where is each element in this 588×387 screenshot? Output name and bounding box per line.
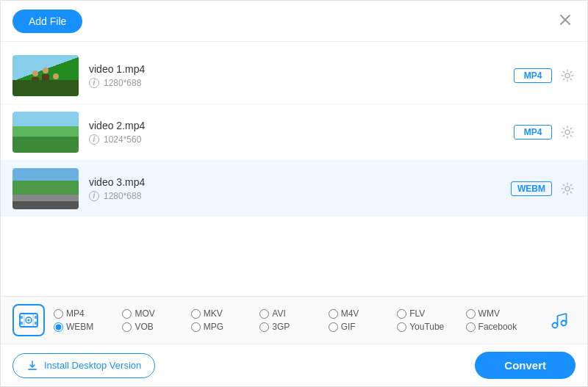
format-badge[interactable]: MP4 — [514, 125, 552, 140]
format-option-avi[interactable]: AVI — [259, 308, 328, 319]
thumbnail — [12, 55, 79, 96]
format-radio-youtube[interactable] — [397, 322, 406, 332]
svg-rect-11 — [33, 314, 35, 327]
format-option-wmv[interactable]: WMV — [466, 308, 534, 319]
format-radio-mp4[interactable] — [54, 309, 63, 319]
download-icon — [26, 360, 38, 372]
format-option-mpg[interactable]: MPG — [191, 322, 259, 332]
svg-point-4 — [565, 187, 570, 191]
format-radio-wmv[interactable] — [466, 309, 476, 319]
file-item: video 2.mp4 i 1024*560 MP4 — [1, 104, 587, 161]
svg-rect-6 — [20, 316, 23, 319]
file-info: video 1.mp4 i 1280*688 — [89, 63, 503, 88]
format-option-gif[interactable]: GIF — [329, 322, 397, 332]
svg-rect-19 — [28, 369, 37, 370]
file-meta: i 1280*688 — [89, 78, 503, 88]
svg-point-3 — [565, 130, 570, 134]
file-actions: MP4 — [514, 68, 576, 84]
format-radio-avi[interactable] — [259, 309, 269, 319]
svg-rect-8 — [35, 316, 37, 319]
svg-rect-7 — [20, 322, 23, 325]
info-icon: i — [89, 134, 99, 145]
format-selector: MP4 MOV MKV AVI M4V FLV WMV WEBM — [1, 296, 587, 344]
close-icon — [559, 14, 571, 26]
file-name: video 2.mp4 — [89, 120, 503, 131]
format-option-youtube[interactable]: YouTube — [397, 322, 465, 332]
file-info: video 3.mp4 i 1280*688 — [89, 176, 501, 201]
format-badge[interactable]: WEBM — [511, 181, 552, 196]
file-name: video 3.mp4 — [89, 176, 501, 188]
music-icon[interactable] — [543, 304, 576, 336]
info-icon: i — [89, 191, 99, 201]
format-radio-mov[interactable] — [122, 309, 132, 319]
convert-button[interactable]: Convert — [475, 352, 576, 379]
format-radio-gif[interactable] — [329, 322, 338, 332]
info-icon: i — [89, 78, 99, 88]
svg-point-13 — [28, 319, 30, 322]
format-radio-webm[interactable] — [54, 322, 63, 332]
settings-icon[interactable] — [559, 124, 576, 140]
svg-rect-9 — [35, 322, 37, 325]
header: Add File — [1, 1, 587, 42]
file-meta: i 1024*560 — [89, 134, 503, 145]
format-option-mkv[interactable]: MKV — [191, 308, 259, 319]
svg-rect-10 — [24, 314, 25, 327]
file-resolution: 1280*688 — [104, 78, 141, 88]
format-option-facebook[interactable]: Facebook — [466, 322, 534, 332]
svg-point-2 — [565, 73, 570, 78]
file-item: video 1.mp4 i 1280*688 MP4 — [1, 48, 587, 104]
add-file-button[interactable]: Add File — [12, 10, 82, 33]
svg-point-15 — [562, 321, 567, 326]
svg-line-18 — [558, 314, 567, 316]
settings-icon[interactable] — [559, 181, 576, 197]
file-meta: i 1280*688 — [89, 191, 501, 201]
format-radio-facebook[interactable] — [466, 322, 476, 332]
app-container: Add File video 1.mp4 i 1280* — [0, 0, 588, 387]
gear-icon — [560, 125, 575, 140]
format-radio-3gp[interactable] — [259, 322, 269, 332]
film-strip-icon — [18, 310, 39, 330]
format-option-webm[interactable]: WEBM — [54, 322, 122, 332]
format-option-vob[interactable]: VOB — [122, 322, 190, 332]
file-item: video 3.mp4 i 1280*688 WEBM — [1, 161, 587, 217]
file-resolution: 1024*560 — [104, 134, 141, 145]
install-label: Install Desktop Version — [44, 360, 141, 371]
svg-point-14 — [553, 323, 558, 328]
film-icon[interactable] — [12, 304, 45, 336]
format-option-mp4[interactable]: MP4 — [54, 308, 122, 319]
file-info: video 2.mp4 i 1024*560 — [89, 120, 503, 145]
format-option-m4v[interactable]: M4V — [329, 308, 397, 319]
file-actions: WEBM — [511, 181, 576, 197]
footer: Install Desktop Version Convert — [1, 344, 587, 386]
format-radio-mkv[interactable] — [191, 309, 201, 319]
format-radio-vob[interactable] — [122, 322, 132, 332]
file-name: video 1.mp4 — [89, 63, 503, 75]
close-button[interactable] — [555, 12, 576, 29]
install-desktop-button[interactable]: Install Desktop Version — [12, 353, 155, 378]
gear-icon — [560, 68, 575, 83]
format-option-3gp[interactable]: 3GP — [259, 322, 328, 332]
file-list: video 1.mp4 i 1280*688 MP4 vi — [1, 42, 587, 296]
music-note-icon — [549, 310, 570, 330]
format-option-flv[interactable]: FLV — [397, 308, 465, 319]
format-radio-flv[interactable] — [397, 309, 406, 319]
format-radio-m4v[interactable] — [329, 309, 338, 319]
thumbnail — [12, 168, 79, 209]
gear-icon — [560, 181, 575, 196]
thumbnail — [12, 112, 79, 153]
format-radio-mpg[interactable] — [191, 322, 201, 332]
file-resolution: 1280*688 — [104, 191, 141, 201]
settings-icon[interactable] — [559, 68, 576, 84]
format-option-mov[interactable]: MOV — [122, 308, 190, 319]
format-badge[interactable]: MP4 — [514, 68, 552, 83]
format-grid: MP4 MOV MKV AVI M4V FLV WMV WEBM — [54, 308, 534, 332]
file-actions: MP4 — [514, 124, 576, 140]
